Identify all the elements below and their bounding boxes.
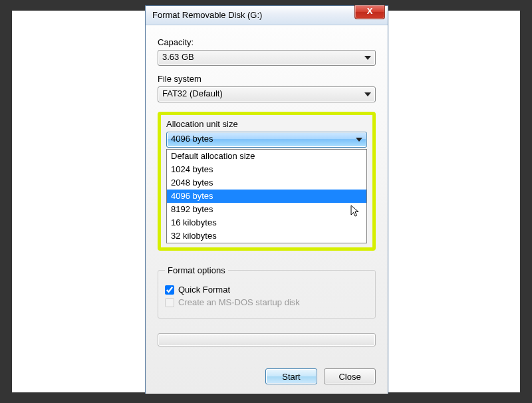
filesystem-label: File system — [158, 74, 376, 84]
quick-format-checkbox[interactable]: Quick Format — [165, 285, 368, 295]
chevron-down-icon — [364, 56, 371, 60]
allocation-option[interactable]: 16 kilobytes — [167, 216, 366, 229]
capacity-value: 3.63 GB — [162, 52, 194, 62]
start-button[interactable]: Start — [265, 368, 317, 384]
close-icon[interactable]: X — [354, 5, 385, 19]
allocation-listbox[interactable]: Default allocation size1024 bytes2048 by… — [166, 149, 367, 243]
msdos-label: Create an MS-DOS startup disk — [178, 297, 300, 307]
titlebar[interactable]: Format Removable Disk (G:) X — [146, 6, 388, 25]
allocation-option[interactable]: 4096 bytes — [167, 190, 366, 203]
filesystem-value: FAT32 (Default) — [162, 88, 223, 98]
allocation-option[interactable]: 1024 bytes — [167, 163, 366, 176]
close-button[interactable]: Close — [324, 368, 376, 384]
allocation-highlight: Allocation unit size 4096 bytes Default … — [158, 112, 376, 251]
allocation-option[interactable]: Default allocation size — [167, 150, 366, 163]
allocation-option[interactable]: 32 kilobytes — [167, 229, 366, 243]
quick-format-input[interactable] — [165, 285, 174, 295]
format-options-legend: Format options — [165, 265, 228, 275]
allocation-option[interactable]: 8192 bytes — [167, 203, 366, 216]
capacity-label: Capacity: — [158, 37, 376, 47]
filesystem-dropdown[interactable]: FAT32 (Default) — [158, 86, 376, 102]
format-dialog: Format Removable Disk (G:) X Capacity: 3… — [145, 5, 388, 394]
allocation-dropdown[interactable]: 4096 bytes — [166, 132, 367, 148]
quick-format-label: Quick Format — [178, 285, 230, 295]
window-title: Format Removable Disk (G:) — [152, 10, 262, 20]
allocation-label: Allocation unit size — [166, 119, 367, 129]
capacity-dropdown[interactable]: 3.63 GB — [158, 50, 376, 66]
msdos-input — [165, 298, 174, 307]
msdos-checkbox: Create an MS-DOS startup disk — [165, 297, 368, 307]
progress-bar — [158, 333, 376, 346]
allocation-option[interactable]: 2048 bytes — [167, 176, 366, 190]
allocation-value: 4096 bytes — [171, 134, 213, 144]
chevron-down-icon — [356, 138, 362, 142]
chevron-down-icon — [364, 92, 371, 96]
format-options-group: Format options Quick Format Create an MS… — [158, 265, 376, 319]
